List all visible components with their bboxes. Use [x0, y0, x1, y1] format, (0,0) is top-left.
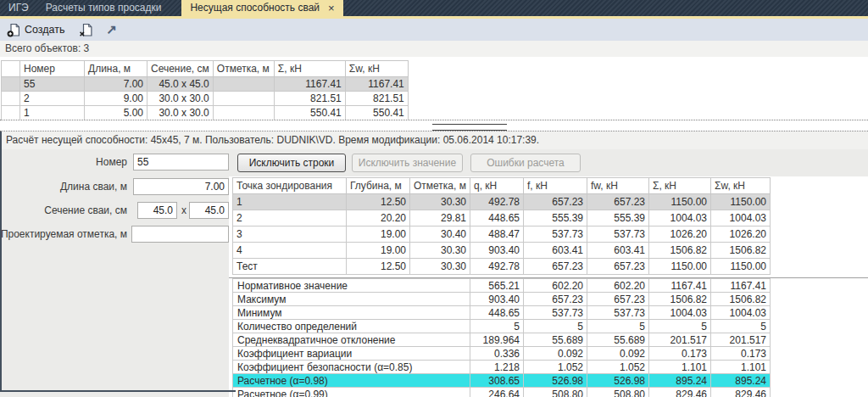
cell[interactable]: 657.23	[524, 259, 587, 275]
cell[interactable]: 526.98	[524, 374, 587, 388]
cell[interactable]: 1026.20	[649, 226, 711, 243]
cell[interactable]: 7.00	[85, 77, 147, 92]
cell[interactable]: 5	[649, 320, 711, 333]
cell[interactable]: 246.64	[470, 388, 524, 397]
cell[interactable]: 55	[20, 77, 85, 92]
cell[interactable]: 1.101	[649, 361, 711, 374]
cell[interactable]: 1	[20, 106, 85, 120]
pile-section-width-field[interactable]	[137, 202, 177, 219]
cell[interactable]: 550.41	[345, 106, 408, 120]
create-button[interactable]: Создать	[4, 20, 68, 39]
cell[interactable]: 555.39	[587, 210, 649, 226]
cell[interactable]: 903.40	[470, 243, 524, 259]
cell[interactable]: 555.39	[524, 210, 587, 226]
column-header[interactable]: Σw, кН	[711, 178, 771, 194]
cell[interactable]: 1.101	[711, 361, 771, 374]
cell[interactable]: 1004.03	[649, 306, 711, 320]
summary-row[interactable]: Количество определений55555	[233, 320, 771, 333]
row-selector[interactable]	[2, 92, 20, 106]
cell[interactable]: 821.51	[345, 92, 408, 106]
cell[interactable]: 1506.82	[649, 293, 711, 306]
cell[interactable]: 19.00	[347, 243, 410, 259]
cell[interactable]: 1506.82	[649, 243, 711, 259]
cell[interactable]: 1	[233, 194, 347, 210]
cell[interactable]: 30.0 x 30.0	[147, 92, 214, 106]
cell[interactable]: 45.0 x 45.0	[147, 77, 214, 92]
cell[interactable]: 657.23	[587, 293, 649, 306]
table-row[interactable]: 15.0030.0 x 30.0550.41550.41	[2, 106, 409, 120]
cell[interactable]: 5	[587, 320, 649, 333]
column-header[interactable]: Глубина, м	[347, 178, 410, 194]
cell[interactable]: 602.20	[587, 279, 649, 293]
exclude-rows-button[interactable]: Исключить строки	[237, 154, 346, 172]
cell[interactable]: 448.65	[470, 306, 524, 320]
cell[interactable]: 201.517	[711, 333, 771, 347]
cell[interactable]: 20.20	[347, 210, 410, 226]
cell[interactable]: 1167.41	[649, 279, 711, 293]
cell[interactable]: 1.218	[470, 361, 524, 374]
cell[interactable]: 5	[470, 320, 524, 333]
cell[interactable]: 2	[20, 92, 85, 106]
cell[interactable]: 1506.82	[711, 243, 771, 259]
cell[interactable]: 657.23	[524, 194, 587, 210]
cell[interactable]: 1004.03	[711, 306, 771, 320]
column-header[interactable]: f, кН	[524, 178, 587, 194]
cell[interactable]: 3	[233, 226, 347, 243]
summary-row[interactable]: Расчетное (α=0.98)308.65526.98526.98895.…	[233, 374, 771, 388]
summary-row[interactable]: Минимум448.65537.73537.731004.031004.03	[233, 306, 771, 320]
cell[interactable]: 1167.41	[345, 77, 408, 92]
cell[interactable]: 0.336	[470, 347, 524, 361]
tab-subsidence-types[interactable]: Расчеты типов просадки	[37, 0, 170, 16]
tab-ige[interactable]: ИГЭ	[0, 0, 37, 16]
cell[interactable]: 189.964	[470, 333, 524, 347]
cell[interactable]: 829.46	[649, 388, 711, 397]
column-header[interactable]: Длина, м	[85, 61, 147, 77]
pile-section-height-field[interactable]	[189, 202, 229, 219]
cell[interactable]: 30.30	[410, 194, 470, 210]
summary-row[interactable]: Среднеквадратичное отклонение189.96455.6…	[233, 333, 771, 347]
cell[interactable]: 488.47	[470, 226, 524, 243]
summary-row[interactable]: Коэффициент безопасности (α=0.85)1.2181.…	[233, 361, 771, 374]
cell[interactable]: 895.24	[711, 374, 771, 388]
cell[interactable]: 1150.00	[649, 194, 711, 210]
table-row[interactable]: Тест12.5030.30492.78657.23657.231150.001…	[233, 259, 771, 275]
column-header[interactable]: Отметка, м	[410, 178, 470, 194]
table-row[interactable]: 319.0030.40488.47537.73537.731026.201026…	[233, 226, 771, 243]
cell[interactable]: Тест	[233, 259, 347, 275]
column-header[interactable]: Сечение, см	[147, 61, 214, 77]
cell[interactable]: 1004.03	[711, 210, 771, 226]
cell[interactable]: 657.23	[524, 293, 587, 306]
cell[interactable]: 508.80	[587, 388, 649, 397]
cell[interactable]: 55.689	[524, 333, 587, 347]
cell[interactable]: 657.23	[587, 259, 649, 275]
cell[interactable]: 448.65	[470, 210, 524, 226]
cell[interactable]: 895.24	[649, 374, 711, 388]
cell[interactable]: 1167.41	[274, 77, 345, 92]
cell[interactable]: 657.23	[587, 194, 649, 210]
cell[interactable]: 1.052	[524, 361, 587, 374]
cell[interactable]: 492.78	[470, 194, 524, 210]
cell[interactable]: 4	[233, 243, 347, 259]
row-selector[interactable]	[2, 77, 20, 92]
cell[interactable]: 537.73	[587, 226, 649, 243]
cell[interactable]: 537.73	[524, 306, 587, 320]
cell[interactable]: 30.40	[410, 226, 470, 243]
cell[interactable]	[213, 92, 274, 106]
cell[interactable]: 603.41	[524, 243, 587, 259]
cell[interactable]: 5	[711, 320, 771, 333]
export-button[interactable]: ↗	[104, 20, 120, 39]
cell[interactable]: 30.30	[410, 243, 470, 259]
column-header[interactable]: Σw, кН	[345, 61, 408, 77]
cell[interactable]: 201.517	[649, 333, 711, 347]
column-header[interactable]: q, кН	[470, 178, 524, 194]
cell[interactable]: 2	[233, 210, 347, 226]
cell[interactable]: 19.00	[347, 226, 410, 243]
cell[interactable]: 0.092	[587, 347, 649, 361]
column-header[interactable]: Отметка, м	[213, 61, 274, 77]
column-header[interactable]: Точка зондирования	[233, 178, 347, 194]
cell[interactable]	[213, 77, 274, 92]
cell[interactable]: 565.21	[470, 279, 524, 293]
delete-object-button[interactable]	[76, 20, 96, 39]
design-elevation-field[interactable]	[131, 226, 229, 243]
column-header[interactable]: fw, кН	[587, 178, 649, 194]
